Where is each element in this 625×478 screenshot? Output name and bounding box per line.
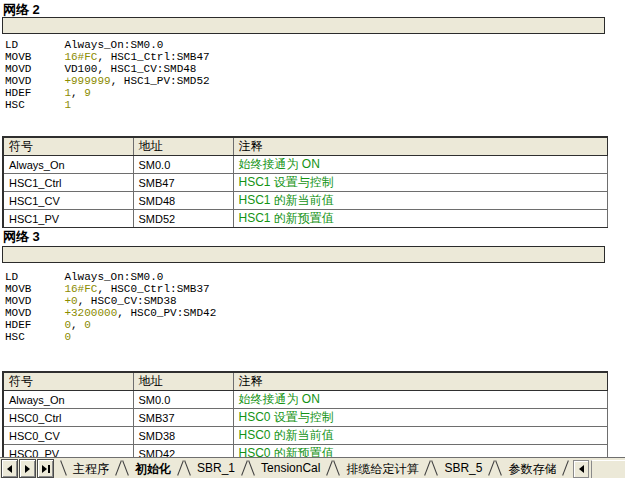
- arrow-left-icon: [7, 465, 12, 473]
- symbol-comment-cell: HSC0 的新当前值: [233, 427, 607, 445]
- symbol-comment-cell: HSC0 设置与控制: [233, 409, 607, 427]
- stl-constant: +999999: [64, 75, 110, 87]
- arrow-left-icon: [579, 465, 584, 473]
- stl-text: HSC: [5, 99, 64, 111]
- symbol-address-cell: SM0.0: [133, 156, 233, 174]
- symbol-symbol-cell: HSC1_PV: [3, 210, 133, 228]
- stl-code-line: MOVD +0, HSC0_CV:SMD38: [5, 295, 216, 307]
- symbol-table-header-cell: 注释: [233, 372, 607, 391]
- stl-text: MOVD: [5, 295, 64, 307]
- stl-text: MOVD: [5, 307, 64, 319]
- symbol-symbol-cell: HSC1_CV: [3, 192, 133, 210]
- network-2-stl-code[interactable]: LD Always_On:SM0.0MOVB 16#FC, HSC1_Ctrl:…: [5, 39, 210, 111]
- stl-constant: 16#FC: [64, 51, 97, 63]
- stl-text: HSC: [5, 331, 64, 343]
- network-3-comment-bar[interactable]: [2, 246, 605, 263]
- symbol-address-cell: SMB37: [133, 409, 233, 427]
- symbol-table-header-cell: 符号: [3, 137, 133, 156]
- tab-初始化[interactable]: 初始化: [122, 458, 184, 478]
- symbol-table-header-row: 符号地址注释: [3, 372, 607, 391]
- symbol-table-header-cell: 地址: [133, 137, 233, 156]
- symbol-symbol-cell: HSC0_CV: [3, 427, 133, 445]
- stl-text: MOVD VD100, HSC1_CV:SMD48: [5, 63, 196, 75]
- stl-code-line: MOVD VD100, HSC1_CV:SMD48: [5, 63, 210, 75]
- stl-text: , HSC1_PV:SMD52: [111, 75, 210, 87]
- stl-constant: 9: [84, 87, 91, 99]
- symbol-symbol-cell: HSC1_Ctrl: [3, 174, 133, 192]
- hscroll-track: [591, 460, 625, 478]
- symbol-table-row: HSC0_CtrlSMB37HSC0 设置与控制: [3, 409, 607, 427]
- stl-constant: 0: [64, 331, 71, 343]
- network-2-symbol-table: 符号地址注释Always_OnSM0.0始终接通为 ONHSC1_CtrlSMB…: [2, 136, 608, 228]
- stl-text: MOVD: [5, 75, 64, 87]
- stl-constant: +0: [64, 295, 77, 307]
- stl-code-line: MOVD +999999, HSC1_PV:SMD52: [5, 75, 210, 87]
- symbol-comment-cell: HSC1 的新预置值: [233, 210, 607, 228]
- stl-text: MOVB: [5, 283, 64, 295]
- symbol-comment-cell: 始终接通为 ON: [233, 391, 607, 409]
- stl-text: HDEF: [5, 87, 64, 99]
- tab-TensionCal[interactable]: TensionCal: [248, 458, 333, 478]
- stl-code-line: HSC 1: [5, 99, 210, 111]
- stl-text: ,: [71, 319, 84, 331]
- symbol-symbol-cell: Always_On: [3, 156, 133, 174]
- pou-tab-bar: 主程序初始化SBR_1TensionCal排缆给定计算SBR_5参数存储: [0, 457, 625, 478]
- stl-constant: 16#FC: [64, 283, 97, 295]
- symbol-table-row: HSC0_CVSMD38HSC0 的新当前值: [3, 427, 607, 445]
- tab-参数存储[interactable]: 参数存储: [495, 458, 569, 478]
- stl-text: ,: [71, 87, 84, 99]
- symbol-table-header-cell: 地址: [133, 372, 233, 391]
- arrow-right-icon: [25, 465, 30, 473]
- network-3-symbol-table: 符号地址注释Always_OnSM0.0始终接通为 ONHSC0_CtrlSMB…: [2, 371, 608, 463]
- network-3-stl-code[interactable]: LD Always_On:SM0.0MOVB 16#FC, HSC0_Ctrl:…: [5, 271, 216, 343]
- stl-text: , HSC0_PV:SMD42: [117, 307, 216, 319]
- symbol-address-cell: SMD38: [133, 427, 233, 445]
- tab-SBR_1[interactable]: SBR_1: [184, 458, 248, 478]
- stl-code-line: MOVB 16#FC, HSC1_Ctrl:SMB47: [5, 51, 210, 63]
- stl-text: MOVB: [5, 51, 64, 63]
- stl-code-line: MOVB 16#FC, HSC0_Ctrl:SMB37: [5, 283, 216, 295]
- symbol-table-row: HSC1_PVSMD52HSC1 的新预置值: [3, 210, 607, 228]
- symbol-address-cell: SMB47: [133, 174, 233, 192]
- stl-constant: +3200000: [64, 307, 117, 319]
- tab-scroll-left-button[interactable]: [1, 459, 18, 478]
- tab-主程序[interactable]: 主程序: [60, 458, 122, 478]
- symbol-address-cell: SMD52: [133, 210, 233, 228]
- arrow-end-bar-icon: [48, 465, 50, 473]
- tab-scroll-right-button[interactable]: [19, 459, 36, 478]
- stl-code-line: HSC 0: [5, 331, 216, 343]
- network-3-title: 网络 3: [3, 228, 40, 246]
- symbol-table-row: Always_OnSM0.0始终接通为 ON: [3, 156, 607, 174]
- symbol-table-row: HSC1_CVSMD48HSC1 的新当前值: [3, 192, 607, 210]
- stl-text: HDEF: [5, 319, 64, 331]
- stl-text: , HSC0_CV:SMD38: [78, 295, 177, 307]
- hscroll-left-button[interactable]: [573, 460, 589, 478]
- stl-constant: 1: [64, 99, 71, 111]
- tab-scroll-last-button[interactable]: [37, 459, 54, 478]
- symbol-table-row: Always_OnSM0.0始终接通为 ON: [3, 391, 607, 409]
- symbol-comment-cell: 始终接通为 ON: [233, 156, 607, 174]
- stl-text: LD Always_On:SM0.0: [5, 271, 163, 283]
- stl-text: , HSC1_Ctrl:SMB47: [97, 51, 209, 63]
- stl-code-line: HDEF 1, 9: [5, 87, 210, 99]
- symbol-address-cell: SM0.0: [133, 391, 233, 409]
- pou-tabs: 主程序初始化SBR_1TensionCal排缆给定计算SBR_5参数存储: [60, 458, 569, 478]
- stl-text: LD Always_On:SM0.0: [5, 39, 163, 51]
- tab-SBR_5[interactable]: SBR_5: [431, 458, 495, 478]
- symbol-symbol-cell: HSC0_Ctrl: [3, 409, 133, 427]
- stl-constant: 0: [84, 319, 91, 331]
- symbol-table-header-cell: 符号: [3, 372, 133, 391]
- symbol-comment-cell: HSC1 的新当前值: [233, 192, 607, 210]
- stl-code-line: LD Always_On:SM0.0: [5, 39, 210, 51]
- symbol-table-header-row: 符号地址注释: [3, 137, 607, 156]
- stl-text: , HSC0_Ctrl:SMB37: [97, 283, 209, 295]
- symbol-symbol-cell: Always_On: [3, 391, 133, 409]
- symbol-table-header-cell: 注释: [233, 137, 607, 156]
- tab-排缆给定计算[interactable]: 排缆给定计算: [333, 458, 431, 478]
- symbol-table-row: HSC1_CtrlSMB47HSC1 设置与控制: [3, 174, 607, 192]
- stl-code-line: LD Always_On:SM0.0: [5, 271, 216, 283]
- symbol-comment-cell: HSC1 设置与控制: [233, 174, 607, 192]
- arrow-right-end-icon: [42, 465, 47, 473]
- network-2-comment-bar[interactable]: [2, 17, 605, 34]
- symbol-address-cell: SMD48: [133, 192, 233, 210]
